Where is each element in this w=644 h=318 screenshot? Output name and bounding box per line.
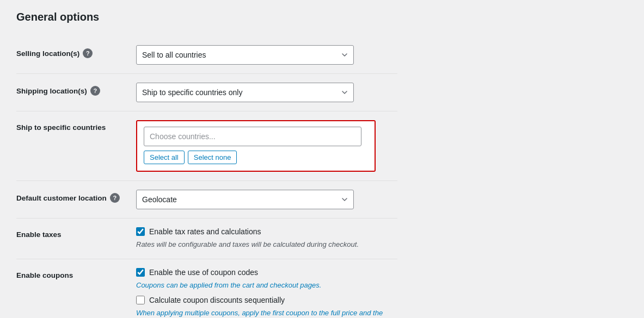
sequential-coupons-hint: When applying multiple coupons, apply th…: [136, 308, 397, 318]
shipping-location-row: Shipping location(s) ? Ship to all count…: [16, 74, 397, 111]
shipping-location-help-icon[interactable]: ?: [90, 86, 100, 96]
tax-rates-checkbox-row: Enable tax rates and calculations: [136, 227, 397, 236]
use-coupons-hint: Coupons can be applied from the cart and…: [136, 280, 397, 291]
use-coupons-label: Enable the use of coupon codes: [149, 268, 258, 277]
sequential-coupons-checkbox-row: Calculate coupon discounts sequentially: [136, 296, 397, 304]
sequential-coupons-checkbox[interactable]: [136, 296, 145, 304]
default-customer-location-label: Default customer location ?: [16, 190, 136, 203]
countries-highlight-box: Select all Select none: [136, 120, 376, 172]
use-coupons-checkbox[interactable]: [136, 268, 145, 277]
tax-rates-checkbox[interactable]: [136, 227, 145, 236]
use-coupons-checkbox-row: Enable the use of coupon codes: [136, 268, 397, 277]
enable-coupons-row: Enable coupons Enable the use of coupon …: [16, 259, 397, 319]
select-buttons-group: Select all Select none: [144, 151, 368, 164]
default-customer-location-help-icon[interactable]: ?: [110, 193, 120, 203]
sequential-coupons-section: Calculate coupon discounts sequentially …: [136, 296, 397, 318]
tax-rates-hint: Rates will be configurable and taxes wil…: [136, 239, 397, 250]
selling-location-help-icon[interactable]: ?: [83, 48, 93, 58]
selling-location-row: Selling location(s) ? Sell to all countr…: [16, 36, 397, 74]
shipping-location-select[interactable]: Ship to all countriesShip to specific co…: [136, 83, 354, 102]
enable-taxes-row: Enable taxes Enable tax rates and calcul…: [16, 219, 397, 259]
enable-coupons-label: Enable coupons: [16, 268, 136, 279]
enable-taxes-control: Enable tax rates and calculations Rates …: [136, 227, 397, 250]
page-wrapper: General options Selling location(s) ? Se…: [0, 0, 414, 318]
page-title: General options: [16, 11, 397, 23]
select-none-button[interactable]: Select none: [188, 151, 237, 164]
shipping-location-label: Shipping location(s) ?: [16, 83, 136, 96]
selling-location-label: Selling location(s) ?: [16, 45, 136, 58]
countries-input[interactable]: [144, 127, 361, 146]
sequential-coupons-label: Calculate coupon discounts sequentially: [149, 296, 285, 304]
enable-taxes-label: Enable taxes: [16, 227, 136, 239]
selling-location-select[interactable]: Sell to all countriesSell to specific co…: [136, 45, 354, 65]
default-customer-location-select[interactable]: No location by defaultShop base addressG…: [136, 190, 354, 209]
default-customer-location-control: No location by defaultShop base addressG…: [136, 190, 397, 209]
shipping-location-control: Ship to all countriesShip to specific co…: [136, 83, 397, 102]
selling-location-control: Sell to all countriesSell to specific co…: [136, 45, 397, 65]
ship-to-countries-control: Select all Select none: [136, 120, 397, 172]
ship-to-countries-row: Ship to specific countries Select all Se…: [16, 111, 397, 181]
select-all-button[interactable]: Select all: [144, 151, 185, 164]
tax-rates-label: Enable tax rates and calculations: [149, 227, 261, 236]
enable-coupons-control: Enable the use of coupon codes Coupons c…: [136, 268, 397, 319]
ship-to-countries-label: Ship to specific countries: [16, 120, 136, 132]
default-customer-location-row: Default customer location ? No location …: [16, 181, 397, 219]
